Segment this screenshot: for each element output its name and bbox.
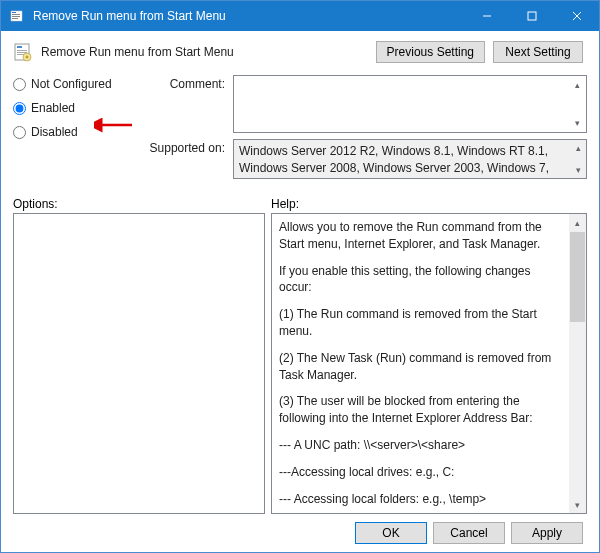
radio-enabled[interactable]: Enabled bbox=[13, 101, 123, 115]
radio-not-configured-label: Not Configured bbox=[31, 77, 112, 91]
help-p3: (1) The Run command is removed from the … bbox=[279, 306, 562, 340]
svg-rect-4 bbox=[12, 18, 18, 19]
comment-label: Comment: bbox=[135, 75, 225, 133]
app-icon bbox=[9, 8, 25, 24]
content-area: Remove Run menu from Start Menu Previous… bbox=[1, 31, 599, 552]
nav-buttons: Previous Setting Next Setting bbox=[376, 41, 583, 63]
supported-row: Supported on: Windows Server 2012 R2, Wi… bbox=[135, 139, 587, 179]
options-label: Options: bbox=[13, 197, 271, 211]
close-button[interactable] bbox=[554, 1, 599, 31]
help-label: Help: bbox=[271, 197, 587, 211]
comment-textarea[interactable]: ▴ ▾ bbox=[233, 75, 587, 133]
state-radios: Not Configured Enabled Disabled bbox=[13, 75, 123, 185]
help-p1: Allows you to remove the Run command fro… bbox=[279, 219, 562, 253]
field-column: Comment: ▴ ▾ Supported on: Windows Serve… bbox=[135, 75, 587, 185]
help-p6: --- A UNC path: \\<server>\<share> bbox=[279, 437, 562, 454]
scroll-down-icon[interactable]: ▾ bbox=[569, 496, 586, 513]
cancel-button[interactable]: Cancel bbox=[433, 522, 505, 544]
radio-disabled-input[interactable] bbox=[13, 126, 26, 139]
svg-rect-2 bbox=[12, 14, 20, 15]
supported-label: Supported on: bbox=[135, 139, 225, 179]
dialog-footer: OK Cancel Apply bbox=[13, 514, 587, 546]
config-row: Not Configured Enabled Disabled Comment:… bbox=[13, 75, 587, 185]
svg-rect-3 bbox=[12, 16, 20, 17]
window-controls bbox=[464, 1, 599, 31]
radio-not-configured[interactable]: Not Configured bbox=[13, 77, 123, 91]
comment-row: Comment: ▴ ▾ bbox=[135, 75, 587, 133]
scroll-up-icon[interactable]: ▴ bbox=[569, 214, 586, 231]
help-scrollbar[interactable]: ▴ ▾ bbox=[569, 214, 586, 513]
maximize-button[interactable] bbox=[509, 1, 554, 31]
scrollbar-track[interactable] bbox=[569, 323, 586, 496]
radio-disabled[interactable]: Disabled bbox=[13, 125, 123, 139]
supported-value: Windows Server 2012 R2, Windows 8.1, Win… bbox=[239, 144, 549, 179]
help-text: Allows you to remove the Run command fro… bbox=[272, 214, 569, 513]
svg-rect-12 bbox=[17, 52, 27, 53]
ok-button[interactable]: OK bbox=[355, 522, 427, 544]
policy-icon bbox=[13, 42, 33, 62]
svg-rect-10 bbox=[17, 46, 22, 48]
panes-row: Allows you to remove the Run command fro… bbox=[13, 213, 587, 514]
scroll-up-icon[interactable]: ▴ bbox=[570, 78, 584, 92]
help-pane: Allows you to remove the Run command fro… bbox=[271, 213, 587, 514]
supported-scrollbar[interactable]: ▴ ▾ bbox=[571, 141, 585, 177]
policy-name: Remove Run menu from Start Menu bbox=[41, 45, 368, 59]
radio-not-configured-input[interactable] bbox=[13, 78, 26, 91]
scrollbar-thumb[interactable] bbox=[570, 232, 585, 322]
previous-setting-button[interactable]: Previous Setting bbox=[376, 41, 485, 63]
pane-labels: Options: Help: bbox=[13, 197, 587, 211]
svg-rect-11 bbox=[17, 50, 27, 51]
radio-disabled-label: Disabled bbox=[31, 125, 78, 139]
minimize-button[interactable] bbox=[464, 1, 509, 31]
apply-button[interactable]: Apply bbox=[511, 522, 583, 544]
window-title: Remove Run menu from Start Menu bbox=[33, 9, 464, 23]
radio-enabled-input[interactable] bbox=[13, 102, 26, 115]
help-p5: (3) The user will be blocked from enteri… bbox=[279, 393, 562, 427]
help-p2: If you enable this setting, the followin… bbox=[279, 263, 562, 297]
comment-scrollbar[interactable]: ▴ ▾ bbox=[570, 78, 584, 130]
titlebar: Remove Run menu from Start Menu bbox=[1, 1, 599, 31]
svg-rect-6 bbox=[528, 12, 536, 20]
help-p8: --- Accessing local folders: e.g., \temp… bbox=[279, 491, 562, 508]
svg-rect-1 bbox=[12, 12, 16, 13]
help-p7: ---Accessing local drives: e.g., C: bbox=[279, 464, 562, 481]
scroll-down-icon[interactable]: ▾ bbox=[571, 163, 585, 177]
radio-enabled-label: Enabled bbox=[31, 101, 75, 115]
next-setting-button[interactable]: Next Setting bbox=[493, 41, 583, 63]
supported-on-text: Windows Server 2012 R2, Windows 8.1, Win… bbox=[233, 139, 587, 179]
scroll-down-icon[interactable]: ▾ bbox=[570, 116, 584, 130]
svg-point-15 bbox=[26, 56, 29, 59]
scroll-up-icon[interactable]: ▴ bbox=[571, 141, 585, 155]
header-row: Remove Run menu from Start Menu Previous… bbox=[13, 41, 587, 63]
help-p4: (2) The New Task (Run) command is remove… bbox=[279, 350, 562, 384]
options-pane bbox=[13, 213, 265, 514]
